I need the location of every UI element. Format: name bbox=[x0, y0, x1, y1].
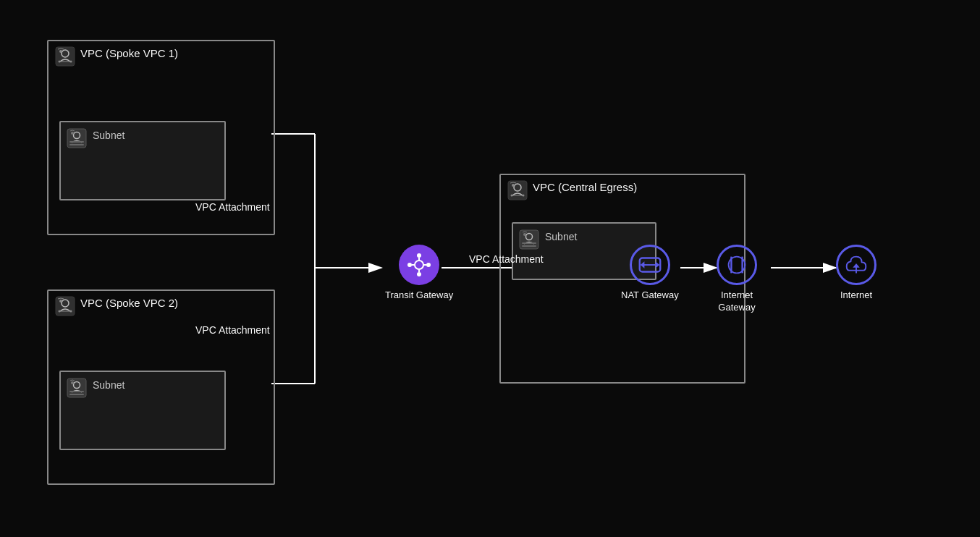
svg-point-31 bbox=[407, 263, 412, 267]
svg-marker-49 bbox=[655, 261, 659, 268]
vpc-attachment3-label: VPC Attachment bbox=[469, 253, 544, 265]
svg-rect-27 bbox=[69, 394, 84, 395]
nat-gateway-circle bbox=[630, 245, 670, 285]
transit-gateway: Transit Gateway bbox=[385, 245, 453, 302]
central-vpc-label: VPC (Central Egress) bbox=[533, 181, 637, 193]
internet-circle bbox=[836, 245, 876, 285]
nat-gateway: NAT Gateway bbox=[621, 245, 679, 302]
svg-point-10 bbox=[59, 50, 62, 53]
vpc1-subnet-icon bbox=[67, 128, 87, 148]
svg-point-28 bbox=[415, 261, 423, 269]
vpc-attachment2-label: VPC Attachment bbox=[195, 324, 270, 336]
vpc2-subnet-icon bbox=[67, 378, 87, 398]
central-vpc-icon bbox=[507, 179, 528, 201]
svg-marker-50 bbox=[641, 261, 645, 268]
svg-point-25 bbox=[71, 381, 74, 384]
spoke-vpc1-label: VPC (Spoke VPC 1) bbox=[80, 47, 178, 59]
svg-rect-17 bbox=[69, 144, 84, 145]
internet-gateway-label: InternetGateway bbox=[718, 289, 755, 314]
vpc-attachment1-label: VPC Attachment bbox=[195, 201, 270, 213]
diagram-container: VPC (Spoke VPC 1) Subnet bbox=[0, 0, 980, 537]
transit-gateway-label: Transit Gateway bbox=[385, 289, 453, 302]
nat-gateway-label: NAT Gateway bbox=[621, 289, 679, 302]
spoke-vpc2-subnet-box: Subnet bbox=[59, 371, 226, 450]
svg-point-20 bbox=[59, 300, 62, 303]
spoke-vpc1-subnet-box: Subnet bbox=[59, 121, 226, 200]
spoke-vpc2-label: VPC (Spoke VPC 2) bbox=[80, 297, 178, 309]
svg-point-44 bbox=[523, 233, 526, 236]
svg-rect-46 bbox=[522, 245, 536, 247]
svg-marker-55 bbox=[853, 263, 860, 268]
internet-node: Internet bbox=[836, 245, 876, 302]
svg-rect-45 bbox=[522, 242, 536, 244]
internet-gateway-circle bbox=[717, 245, 757, 285]
central-subnet-label: Subnet bbox=[545, 231, 577, 242]
svg-point-32 bbox=[426, 263, 431, 267]
svg-point-30 bbox=[417, 272, 421, 276]
spoke-vpc1-subnet-label: Subnet bbox=[93, 130, 124, 141]
svg-point-29 bbox=[417, 253, 421, 258]
transit-gateway-circle bbox=[399, 245, 439, 285]
spoke-vpc2-subnet-label: Subnet bbox=[93, 379, 124, 391]
spoke-vpc2-box: VPC (Spoke VPC 2) Subnet bbox=[47, 289, 275, 485]
svg-point-39 bbox=[512, 184, 515, 187]
internet-gateway: InternetGateway bbox=[717, 245, 757, 314]
svg-rect-26 bbox=[69, 391, 84, 392]
central-subnet-icon bbox=[519, 229, 539, 250]
vpc1-icon bbox=[54, 46, 76, 67]
vpc2-icon bbox=[54, 295, 76, 317]
internet-label: Internet bbox=[840, 289, 872, 302]
svg-point-15 bbox=[71, 132, 74, 135]
svg-rect-16 bbox=[69, 141, 84, 143]
